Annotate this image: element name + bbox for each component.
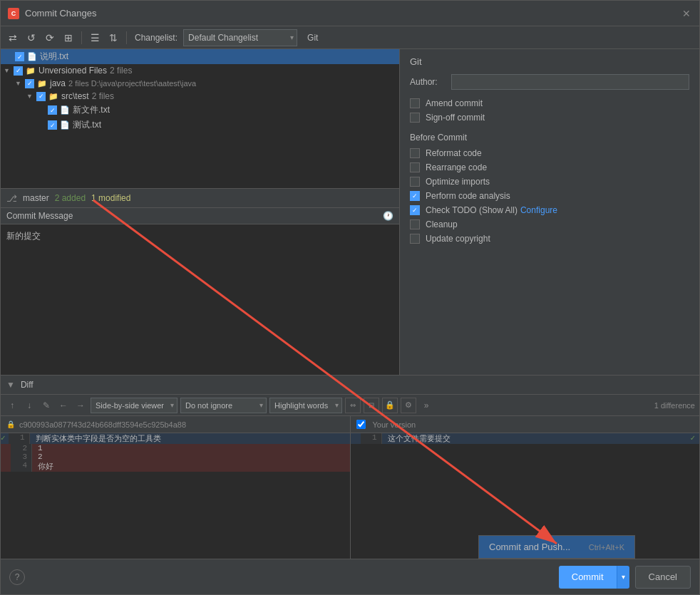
cleanup-row[interactable]: Cleanup [410,219,689,229]
diff-prev-btn[interactable]: ↑ [5,398,19,413]
signoff-commit-checkbox[interactable] [410,113,420,123]
commit-dropdown-menu: Commit and Push... Ctrl+Alt+K [478,535,635,559]
commit-and-push-item[interactable]: Commit and Push... Ctrl+Alt+K [479,536,634,558]
amend-commit-checkbox[interactable] [410,98,420,108]
refresh-btn[interactable]: ⟳ [42,30,58,46]
rearrange-code-checkbox[interactable] [410,162,420,172]
perform-analysis-checkbox[interactable]: ✓ [410,191,420,201]
line-content-right-1: 这个文件需要提交 [382,433,691,444]
check-todo-row[interactable]: ✓ Check TODO (Show All) Configure [410,205,689,215]
diff-left-line-4: 4 你好 [1,461,350,472]
diff-more-btn[interactable]: » [419,398,433,413]
cleanup-label: Cleanup [426,219,458,229]
checkbox-srctest[interactable]: ✓ [36,92,46,101]
modified-badge: 1 modified [91,193,130,203]
checkbox-unversioned[interactable]: ✓ [14,66,23,76]
optimize-imports-checkbox[interactable] [410,177,420,187]
tree-item-srctest[interactable]: ▼ ✓ 📁 src\test 2 files [1,90,399,103]
group-btn[interactable]: ☰ [87,30,103,46]
diff-edit-btn[interactable]: ✎ [39,398,53,413]
commit-message-input[interactable]: 新的提交 [1,224,399,375]
diff-section: ▼ Diff ↑ ↓ ✎ ← → Side-by-side viewer Uni… [1,375,699,559]
changelist-label: Changelist: [135,33,177,43]
branch-name: master [23,193,49,203]
amend-commit-row[interactable]: Amend commit [410,98,689,108]
folder-java-meta: 2 files D:\java\project\test\aatest\java [68,79,196,88]
commit-dropdown-button[interactable]: ▾ [617,566,629,589]
rearrange-code-row[interactable]: Rearrange code [410,162,689,172]
perform-analysis-row[interactable]: ✓ Perform code analysis [410,191,689,201]
diff-lock-btn[interactable]: 🔒 [382,398,398,413]
diff-left-header: 🔒 c900993a0877f43d24b668dff3594e5c925b4a… [1,416,350,433]
cancel-button[interactable]: Cancel [635,566,691,589]
configure-link[interactable]: Configure [520,205,557,215]
diff-header: ▼ Diff [1,375,699,395]
right-panel: Git Author: Amend commit Sign-off commit… [400,49,699,375]
diff-right-line-1: 1 这个文件需要提交 ✓ [351,433,700,444]
line-num-left-1: 1 [9,433,30,444]
clock-icon[interactable]: 🕐 [383,211,393,221]
check-todo-checkbox[interactable]: ✓ [410,205,420,215]
diff-toolbar: ↑ ↓ ✎ ← → Side-by-side viewer Unified vi… [1,395,699,416]
right-panel-checkbox[interactable] [356,420,366,429]
diff-collapse-arrow[interactable]: ▼ [6,380,15,390]
diff-sync-btn[interactable]: ⇔ [345,398,361,413]
optimize-imports-row[interactable]: Optimize imports [410,177,689,187]
highlight-select-wrapper: Highlight words Highlight chars [269,398,342,413]
line-num-left-3: 3 [11,452,32,461]
commit-button[interactable]: Commit [559,566,617,589]
reformat-code-row[interactable]: Reformat code [410,148,689,158]
tree-item-newfile[interactable]: ✓ 📄 新文件.txt [1,103,399,118]
branch-icon: ⎇ [6,193,17,204]
commit-and-push-label: Commit and Push... [489,542,570,552]
lock-icon-left: 🔒 [6,420,15,428]
tree-arrow-unversioned: ▼ [4,67,14,74]
reformat-code-label: Reformat code [426,148,482,158]
viewer-select[interactable]: Side-by-side viewer Unified viewer [91,398,177,413]
diff-left-line-1: ✓ 1 判断实体类中字段是否为空的工具类 [1,433,350,444]
commit-message-header: Commit Message 🕐 [1,208,399,224]
status-bar: ⎇ master 2 added 1 modified [1,188,399,208]
line-num-left-4: 4 [11,461,32,472]
check-todo-label: Check TODO (Show All) [426,205,518,215]
update-copyright-checkbox[interactable] [410,234,420,244]
signoff-commit-row[interactable]: Sign-off commit [410,113,689,123]
signoff-commit-label: Sign-off commit [426,113,485,123]
expand-all-btn[interactable]: ⇄ [5,30,21,46]
move-btn[interactable]: ⊞ [61,30,76,46]
tree-arrow-java: ▼ [15,80,25,87]
git-label: Git [307,33,318,43]
folder-icon-java: 📁 [37,79,47,88]
diff-left-line-2: 2 1 [1,444,350,452]
checkbox-testfile[interactable]: ✓ [48,120,57,130]
diff-columns-btn[interactable]: ⊟ [364,398,379,413]
tree-item-java[interactable]: ▼ ✓ 📁 java 2 files D:\java\project\test\… [1,77,399,90]
undo-btn[interactable]: ↺ [24,30,39,46]
highlight-select[interactable]: Highlight words Highlight chars [269,398,342,413]
checkbox-java[interactable]: ✓ [25,79,34,88]
diff-back-btn[interactable]: ← [56,398,71,413]
author-input[interactable] [451,74,689,90]
update-copyright-row[interactable]: Update copyright [410,234,689,244]
tree-item-shuoming[interactable]: ✓ 📄 说明.txt [1,49,399,64]
close-button[interactable]: ✕ [681,8,692,19]
diff-settings-btn[interactable]: ⚙ [401,398,416,413]
check-mark-left: ✓ [1,433,6,444]
checkbox-newfile[interactable]: ✓ [48,105,57,115]
tree-item-unversioned[interactable]: ▼ ✓ 📁 Unversioned Files 2 files [1,64,399,77]
diff-fwd-btn[interactable]: → [73,398,88,413]
viewer-select-wrapper: Side-by-side viewer Unified viewer [91,398,177,413]
checkbox-shuoming[interactable]: ✓ [15,52,24,61]
tree-item-testfile[interactable]: ✓ 📄 测试.txt [1,118,399,133]
cleanup-checkbox[interactable] [410,219,420,229]
reformat-code-checkbox[interactable] [410,148,420,158]
app-icon: C [8,8,19,19]
diff-next-btn[interactable]: ↓ [22,398,36,413]
commit-message-label: Commit Message [6,211,73,221]
line-content-left-2: 1 [32,444,350,452]
help-button[interactable]: ? [9,569,25,585]
changelist-select[interactable]: Default Changelist [183,29,297,46]
file-tree: ✓ 📄 说明.txt ▼ ✓ 📁 Unversioned Files 2 fil… [1,49,399,188]
ignore-select[interactable]: Do not ignore Ignore whitespaces [180,398,267,413]
sort-btn[interactable]: ⇅ [105,30,121,46]
